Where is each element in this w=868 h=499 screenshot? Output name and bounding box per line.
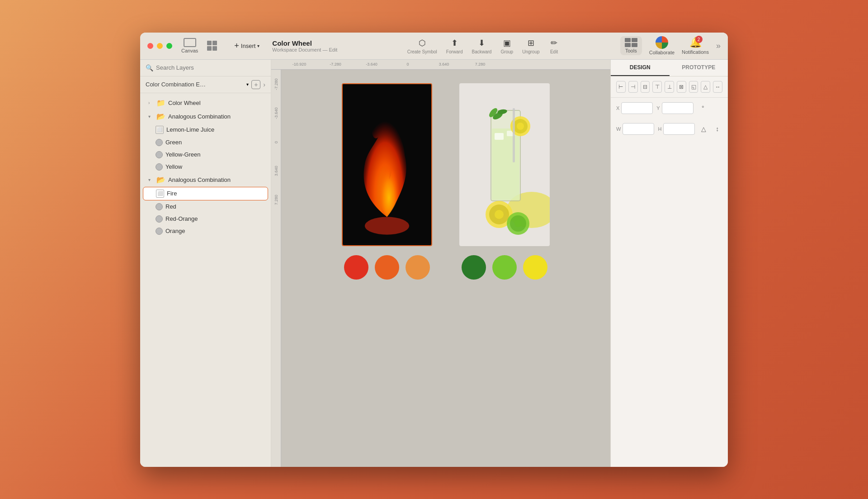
- y-label: Y: [656, 105, 660, 111]
- title-bar: Canvas + Insert ▾ Color Wheel Workspace …: [140, 33, 728, 60]
- folder-open-icon: 📂: [156, 112, 165, 121]
- close-button[interactable]: [147, 43, 153, 49]
- collaborate-label: Collaborate: [649, 50, 675, 55]
- ungroup-button[interactable]: ⊞ Ungroup: [522, 38, 539, 54]
- backward-label: Backward: [472, 49, 491, 54]
- align-left-icon[interactable]: ⊢: [616, 81, 626, 93]
- forward-button[interactable]: ⬆ Forward: [446, 38, 463, 54]
- doc-subtitle: Workspace Document — Edit: [272, 47, 337, 52]
- y-field[interactable]: [662, 102, 693, 114]
- create-symbol-button[interactable]: ⬡ Create Symbol: [407, 38, 437, 54]
- ruler-mark: -7.280: [317, 62, 354, 67]
- layer-header-arrow-icon[interactable]: ›: [263, 81, 265, 88]
- sidebar-item-red[interactable]: Red: [143, 201, 268, 213]
- notifications-label: Notifications: [682, 49, 709, 55]
- drink-image[interactable]: [459, 83, 550, 246]
- doc-title: Color Wheel: [272, 39, 337, 47]
- insert-button[interactable]: + Insert ▾: [231, 39, 263, 52]
- sidebar-item-fire[interactable]: ⬜ Fire: [143, 187, 268, 200]
- layer-header: Color Combination E… ▾ + ›: [140, 76, 271, 93]
- svg-rect-20: [513, 108, 515, 162]
- tab-design[interactable]: DESIGN: [611, 60, 670, 76]
- swatch-yellow: [523, 255, 547, 280]
- image-layer-icon: ⬜: [156, 190, 164, 198]
- search-icon: 🔍: [146, 64, 153, 71]
- edit-button[interactable]: ✏ Edit: [549, 38, 560, 54]
- sidebar-item-analogous-2[interactable]: ▾ 📂 Analogous Combination: [143, 173, 268, 186]
- fire-image[interactable]: [342, 83, 432, 246]
- grid-cell: [207, 41, 212, 45]
- align-top-icon[interactable]: ⊤: [652, 81, 662, 93]
- grid-view-button[interactable]: [207, 41, 217, 51]
- ruler-v-marks: -7.280 -3.640 0 3.640 7.280: [271, 70, 281, 214]
- expand-toolbar-icon[interactable]: »: [716, 41, 721, 51]
- ruler-v-mark: -3.640: [271, 99, 281, 128]
- layer-header-title: Color Combination E…: [146, 81, 244, 88]
- align-center-h-icon[interactable]: ⊣: [628, 81, 638, 93]
- grid-cell: [212, 46, 217, 51]
- canvas-content[interactable]: [281, 70, 610, 467]
- sidebar-item-orange[interactable]: Orange: [143, 225, 268, 237]
- minimize-button[interactable]: [157, 43, 163, 49]
- flip-icon[interactable]: ↔: [713, 81, 722, 93]
- search-bar: 🔍: [140, 60, 271, 76]
- resize-icon[interactable]: ◱: [689, 81, 698, 93]
- h-field[interactable]: [663, 123, 695, 135]
- tools-icon: [625, 38, 637, 47]
- rotation-icon[interactable]: °: [697, 102, 709, 114]
- sidebar-item-green[interactable]: Green: [143, 137, 268, 148]
- ruler-v-mark: 7.280: [271, 185, 281, 214]
- fullscreen-button[interactable]: [166, 43, 172, 49]
- swatch-orange-red: [375, 255, 399, 280]
- constrain-icon[interactable]: △: [698, 123, 708, 135]
- search-input[interactable]: [156, 64, 265, 71]
- panel-xy-fields: X Y °: [611, 98, 728, 119]
- drink-svg: [459, 83, 550, 246]
- backward-button[interactable]: ⬇ Backward: [472, 38, 491, 54]
- sidebar-item-lemon-lime[interactable]: ⬜ Lemon-Lime Juice: [143, 124, 268, 136]
- notifications-button[interactable]: 🔔 2 Notifications: [682, 37, 709, 55]
- folder-icon: 📁: [156, 99, 165, 107]
- toolbar-right: Tools Collaborate 🔔 2 Notifications »: [620, 36, 721, 55]
- w-label: W: [616, 126, 621, 132]
- align-center-v-icon[interactable]: ⊥: [665, 81, 674, 93]
- title-group: Color Wheel Workspace Document — Edit: [272, 39, 337, 52]
- w-field[interactable]: [623, 123, 654, 135]
- notification-badge: 2: [695, 36, 703, 43]
- fire-svg: [343, 83, 431, 245]
- app-window: Canvas + Insert ▾ Color Wheel Workspace …: [140, 33, 728, 467]
- add-layer-button[interactable]: +: [251, 80, 260, 89]
- x-field[interactable]: [621, 102, 653, 114]
- collaborate-button[interactable]: Collaborate: [649, 36, 675, 55]
- expanded-icon: ▾: [148, 177, 154, 182]
- distribute-v-icon[interactable]: ⊠: [677, 81, 686, 93]
- ruler-horizontal: -10.920 -7.280 -3.640 0 3.640 7.280: [271, 60, 610, 70]
- panel-tabs: DESIGN PROTOTYPE: [611, 60, 728, 76]
- sidebar-item-yellow[interactable]: Yellow: [143, 161, 268, 173]
- fire-artwork-card: [342, 83, 432, 280]
- insert-label: Insert: [241, 43, 256, 49]
- canvas-label: Canvas: [181, 48, 198, 53]
- sidebar-item-yellow-green[interactable]: Yellow-Green: [143, 149, 268, 161]
- canvas-icon: [184, 38, 196, 47]
- ruler-v-mark: -7.280: [271, 70, 281, 99]
- sidebar-item-analogous-1[interactable]: ▾ 📂 Analogous Combination: [143, 110, 268, 123]
- h-field-group: H: [658, 123, 695, 135]
- layer-header-chevron-icon[interactable]: ▾: [246, 82, 249, 87]
- scale-icon[interactable]: △: [701, 81, 710, 93]
- distribute-h-icon[interactable]: ⊟: [641, 81, 650, 93]
- svg-rect-6: [495, 133, 504, 140]
- tools-button[interactable]: Tools: [620, 36, 642, 55]
- group-button[interactable]: ▣ Group: [500, 38, 513, 54]
- sidebar-item-color-wheel[interactable]: › 📁 Color Wheel: [143, 96, 268, 109]
- swatch-red: [344, 255, 368, 280]
- circle-layer-icon: [156, 151, 163, 158]
- x-field-group: X: [616, 102, 653, 114]
- ruler-vertical: -7.280 -3.640 0 3.640 7.280: [271, 70, 281, 467]
- sidebar-item-red-orange[interactable]: Red-Orange: [143, 213, 268, 225]
- canvas-button[interactable]: Canvas: [181, 38, 198, 53]
- flip-v-icon[interactable]: ↕: [712, 123, 722, 135]
- sidebar: 🔍 Color Combination E… ▾ + › › 📁 Color W…: [140, 60, 271, 467]
- plus-icon: +: [234, 41, 239, 51]
- tab-prototype[interactable]: PROTOTYPE: [670, 60, 728, 76]
